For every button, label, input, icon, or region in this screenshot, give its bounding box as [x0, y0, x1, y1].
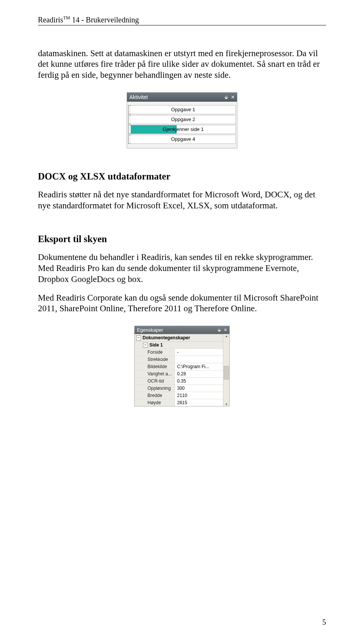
task-bracket-icon	[128, 105, 131, 114]
activity-task-list: Oppgave 1 Oppgave 2 Gjenkjenner side 1	[127, 102, 237, 148]
property-value[interactable]: 0.28	[174, 370, 223, 377]
page-header: ReadirisTM 14 - Brukerveiledning	[38, 15, 326, 25]
paragraph-4: Med Readiris Corporate kan du også sende…	[38, 293, 326, 315]
pin-icon[interactable]: ⬙	[224, 95, 228, 100]
property-key: Strekkode	[135, 356, 174, 363]
property-key: Bredde	[135, 392, 174, 399]
property-key: Forside	[135, 348, 174, 356]
activity-panel: Aktivitet ⬙ ✕ Oppgave 1	[127, 92, 237, 148]
task-row: Oppgave 4	[128, 135, 236, 143]
close-icon[interactable]: ✕	[231, 95, 235, 100]
task-progress: Gjenkjenner side 1	[131, 125, 236, 134]
property-key: Oppløsning	[135, 384, 174, 392]
task-bracket-icon	[128, 125, 131, 134]
property-value[interactable]: 300	[174, 384, 223, 392]
version-suffix: 14 - Brukerveiledning	[70, 16, 139, 24]
property-value[interactable]: 2615	[174, 399, 223, 406]
task-progress: Oppgave 1	[131, 105, 236, 114]
properties-panel-titlebar: Egenskaper ⬙ ✕	[135, 326, 229, 334]
pin-icon[interactable]: ⬙	[218, 328, 221, 332]
property-key: OCR-tid	[135, 377, 174, 384]
property-key: Høyde	[135, 399, 174, 406]
property-key: Bildekilde	[135, 363, 174, 370]
section-heading-docx-xlsx: DOCX og XLSX utdataformater	[38, 171, 326, 182]
property-value[interactable]	[174, 356, 223, 363]
close-icon[interactable]: ✕	[224, 328, 227, 332]
scroll-up-icon[interactable]: ▴	[226, 334, 228, 338]
properties-panel-title: Egenskaper	[137, 327, 163, 333]
property-value[interactable]: -	[174, 348, 223, 356]
collapse-icon[interactable]: −	[136, 336, 141, 340]
task-progress: Oppgave 2	[131, 115, 236, 124]
property-value[interactable]: 2110	[174, 392, 223, 399]
task-label: Oppgave 1	[171, 107, 195, 112]
activity-panel-titlebar: Aktivitet ⬙ ✕	[127, 93, 237, 102]
task-label: Oppgave 4	[171, 136, 195, 142]
activity-panel-title: Aktivitet	[129, 94, 148, 100]
task-label: Gjenkjenner side 1	[163, 126, 204, 132]
property-group-page[interactable]: − Side 1	[135, 341, 223, 348]
trademark: TM	[63, 15, 70, 20]
paragraph-1: datamaskinen. Sett at datamaskinen er ut…	[38, 48, 326, 81]
property-key: Varighet a...	[135, 370, 174, 377]
task-row: Gjenkjenner side 1	[128, 125, 236, 134]
page-number: 5	[322, 618, 326, 627]
scrollbar[interactable]: ▴ ▾	[223, 334, 229, 406]
paragraph-3: Dokumentene du behandler i Readiris, kan…	[38, 252, 326, 285]
task-label: Oppgave 2	[171, 117, 195, 122]
collapse-icon[interactable]: −	[143, 343, 148, 348]
task-bracket-icon	[128, 115, 131, 124]
task-row: Oppgave 2	[128, 115, 236, 124]
task-progress: Oppgave 4	[131, 135, 236, 144]
property-value[interactable]: C:\Program Fi...	[174, 363, 223, 370]
property-group-document[interactable]: − Dokumentegenskaper	[135, 334, 223, 341]
properties-grid: − Dokumentegenskaper − Side 1 Forside - …	[135, 334, 223, 406]
property-group-label: Side 1	[149, 342, 163, 348]
scroll-thumb[interactable]	[224, 366, 229, 380]
paragraph-2: Readiris støtter nå det nye standardform…	[38, 189, 326, 211]
task-bracket-icon	[128, 135, 131, 144]
property-value[interactable]: 0.35	[174, 377, 223, 384]
section-heading-eksport: Eksport til skyen	[38, 234, 326, 244]
properties-panel: Egenskaper ⬙ ✕ − Dokumentegenskaper − Si…	[134, 326, 230, 406]
scroll-down-icon[interactable]: ▾	[226, 402, 228, 406]
product-name: Readiris	[38, 16, 63, 24]
task-row: Oppgave 1	[128, 106, 236, 114]
property-group-label: Dokumentegenskaper	[143, 335, 190, 340]
